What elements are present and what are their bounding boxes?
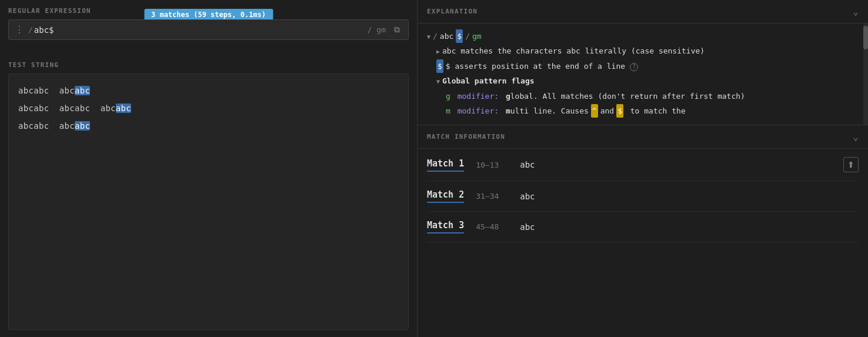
help-icon[interactable]: ? <box>630 63 638 71</box>
copy-button[interactable]: ⧉ <box>392 24 402 36</box>
exp-m-desc: multi line. Causes <box>501 104 589 118</box>
test-string-label: TEST STRING <box>8 61 409 69</box>
match-label-1: Match 1 <box>427 158 464 172</box>
match-info-chevron[interactable]: ⌄ <box>853 131 859 142</box>
flags-triangle-icon: ▼ <box>436 76 440 87</box>
dollar-icon: $ <box>436 59 443 73</box>
match-label-3: Match 3 <box>427 220 464 233</box>
share-button[interactable]: ⬆ <box>843 157 859 172</box>
explanation-header: EXPLANATION ⌄ <box>418 0 868 24</box>
text-normal: abcabc abc <box>18 121 75 131</box>
match-underline-1 <box>427 171 464 172</box>
exp-m-end: to match the <box>626 104 686 118</box>
exp-g-desc: global. All matches (don't return after … <box>501 89 745 103</box>
regex-dollar: $ <box>456 29 463 43</box>
regex-flags-exp: gm <box>472 29 482 43</box>
regex-bar: ⋮ / / gm ⧉ <box>8 19 409 40</box>
match-label-text-3: Match 3 <box>427 220 464 231</box>
caret-symbol: ^ <box>591 104 598 118</box>
match-row-3: Match 3 45–48 abc <box>427 212 859 242</box>
triangle-down-icon: ▼ <box>427 32 430 42</box>
match-value-3: abc <box>520 222 535 232</box>
triangle-right-icon: ▶ <box>436 46 440 57</box>
and-text: and <box>600 104 614 118</box>
match-value-1: abc <box>520 160 535 169</box>
scrollbar-thumb <box>863 26 868 49</box>
match-highlight-3: abc <box>75 121 90 131</box>
exp-dollar-line: $ $ asserts position at the end of a lin… <box>427 59 859 73</box>
left-panel: REGULAR EXPRESSION 3 matches (59 steps, … <box>0 0 418 337</box>
g-modifier-code: modifier: <box>458 89 499 103</box>
text-normal: abcabc abcabc abc <box>18 104 116 113</box>
explanation-content: ▼ / abc$ / gm ▶ abc matches the characte… <box>418 24 868 125</box>
explanation-title: EXPLANATION <box>427 8 478 15</box>
exp-abc-line: ▶ abc matches the characters abc literal… <box>427 44 859 58</box>
m-modifier-code: modifier: <box>458 104 499 118</box>
match-list: Match 1 10–13 abc ⬆ Match 2 31–34 abc Ma… <box>418 149 868 337</box>
test-line-2: abcabc abcabc abcabc <box>18 100 399 116</box>
match-underline-3 <box>427 232 464 233</box>
g-modifier: g <box>446 89 455 103</box>
slash-open: / <box>28 25 33 34</box>
exp-flags-header: ▼ Global pattern flags <box>427 74 859 88</box>
match-label-text-2: Match 2 <box>427 189 464 200</box>
match-range-1: 10–13 <box>476 161 508 169</box>
match-highlight-1: abc <box>75 86 90 95</box>
regex-flags: / gm <box>368 25 386 34</box>
match-range-3: 45–48 <box>476 222 508 231</box>
chevron-down-icon[interactable]: ⌄ <box>853 6 859 17</box>
exp-abc-desc: abc matches the characters abc literally… <box>442 44 705 58</box>
regex-input[interactable] <box>34 25 364 35</box>
text-normal: abcabc abc <box>18 86 75 95</box>
menu-dots-icon[interactable]: ⋮ <box>15 24 25 35</box>
explanation-scrollbar[interactable] <box>863 24 868 125</box>
match-info-title: MATCH INFORMATION <box>427 133 505 141</box>
match-range-2: 31–34 <box>476 192 508 201</box>
match-highlight-2: abc <box>116 104 131 113</box>
exp-g-line: g modifier: global. All matches (don't r… <box>427 89 859 103</box>
right-panel: EXPLANATION ⌄ ▼ / abc$ / gm ▶ abc matche… <box>418 0 868 337</box>
matches-badge: 3 matches (59 steps, 0.1ms) <box>144 9 273 21</box>
match-row-2: Match 2 31–34 abc <box>427 181 859 212</box>
test-line-1: abcabc abcabc <box>18 82 399 99</box>
exp-dollar-desc: $ asserts position at the end of a line <box>446 59 625 73</box>
match-row-1: Match 1 10–13 abc ⬆ <box>427 149 859 181</box>
match-label-2: Match 2 <box>427 189 464 203</box>
dollar-symbol: $ <box>616 104 623 118</box>
exp-regex-line: ▼ / abc$ / gm <box>427 29 859 43</box>
test-line-3: abcabc abcabc <box>18 118 399 134</box>
test-string-area[interactable]: abcabc abcabc abcabc abcabc abcabc abcab… <box>8 74 409 330</box>
m-modifier: m <box>446 104 455 118</box>
match-underline-2 <box>427 202 464 203</box>
regex-abc: abc <box>440 29 453 43</box>
exp-flags-title: Global pattern flags <box>442 74 535 88</box>
match-value-2: abc <box>520 192 535 201</box>
exp-m-line: m modifier: multi line. Causes ^ and $ t… <box>427 104 859 118</box>
match-info-header: MATCH INFORMATION ⌄ <box>418 125 868 149</box>
match-label-text-1: Match 1 <box>427 158 464 169</box>
